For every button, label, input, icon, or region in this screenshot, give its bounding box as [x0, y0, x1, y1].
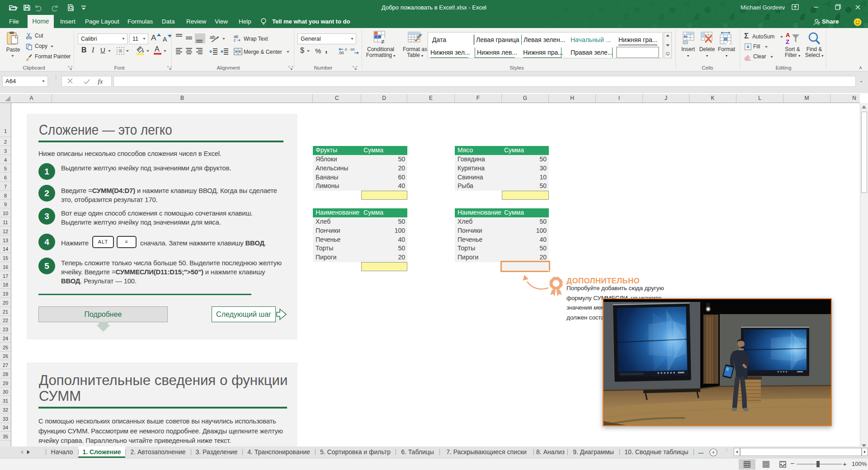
svg-text:c: c: [234, 38, 236, 42]
svg-text:.00: .00: [338, 51, 344, 55]
svg-text:Z: Z: [786, 38, 789, 45]
svg-text:A: A: [786, 32, 790, 38]
svg-text:ab: ab: [210, 34, 215, 40]
svg-text:.00: .00: [349, 47, 355, 52]
svg-text:fx: fx: [98, 78, 103, 85]
svg-text:≠: ≠: [381, 38, 385, 45]
svg-text:.0: .0: [344, 47, 347, 52]
